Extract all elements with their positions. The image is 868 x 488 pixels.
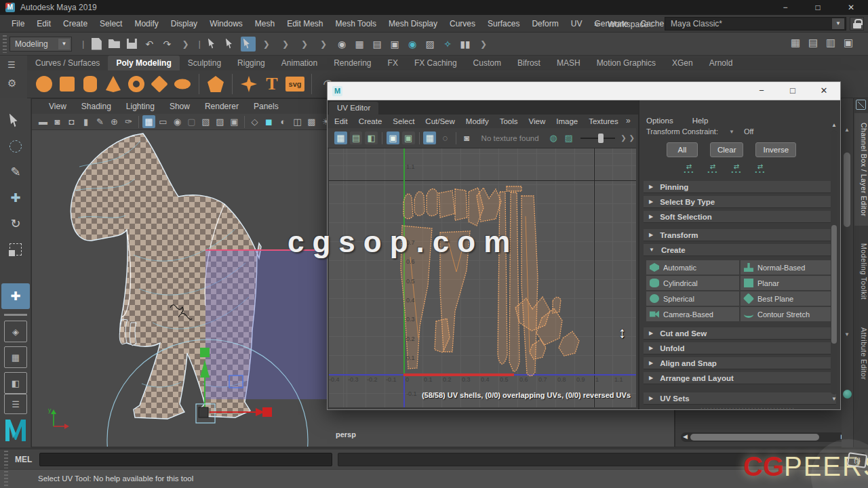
create-spherical-button[interactable]: Spherical xyxy=(646,291,739,306)
toolkit-scrollbar[interactable]: ▲ ▼ xyxy=(831,130,837,394)
uv-window-close-button[interactable]: ✕ xyxy=(809,82,839,100)
wireframe-mode-button[interactable]: ◇ xyxy=(248,115,261,128)
panel-menu-lighting[interactable]: Lighting xyxy=(119,99,162,114)
channel-box-scrollbar[interactable]: ▲ ▼ xyxy=(842,98,853,447)
uv-menu-tools[interactable]: Tools xyxy=(494,115,524,128)
minimize-button[interactable]: − xyxy=(775,1,795,14)
tool-settings-toggle-button[interactable]: ▣ xyxy=(841,35,856,50)
shelf-tab-curves-surfaces[interactable]: Curves / Surfaces xyxy=(27,56,108,70)
create-planar-button[interactable]: Planar xyxy=(741,276,833,290)
uv-menu-select[interactable]: Select xyxy=(387,115,420,128)
resolution-gate-button[interactable]: ◉ xyxy=(171,115,184,128)
close-button[interactable]: ✕ xyxy=(841,1,861,14)
x-axis-handle[interactable] xyxy=(262,407,272,417)
shelf-tab-animation[interactable]: Animation xyxy=(273,56,326,70)
menu-modify[interactable]: Modify xyxy=(128,15,164,33)
uv-display-filter-button[interactable]: ▣ xyxy=(402,131,415,144)
uv-grid-button[interactable]: ▦ xyxy=(423,131,436,144)
toolkit-menu-help[interactable]: Help xyxy=(691,115,717,127)
move-tool-button[interactable]: ✚ xyxy=(5,188,26,208)
section-select-by-type[interactable]: ▶ Select By Type xyxy=(644,196,836,208)
oversampling-button[interactable]: ✑ xyxy=(122,115,135,128)
shelf-tab-mash[interactable]: MASH xyxy=(549,56,589,70)
shelf-gear-icon[interactable]: ⚙ xyxy=(7,77,16,89)
scrollbar-thumb[interactable] xyxy=(844,152,850,227)
section-transform[interactable]: ▶ Transform xyxy=(644,229,836,241)
sweep-mesh-button[interactable] xyxy=(239,74,259,94)
menu-select[interactable]: Select xyxy=(94,15,128,33)
layout-two-pane-button[interactable]: ◧ xyxy=(4,372,27,394)
layout-outliner-button[interactable]: ☰ xyxy=(4,394,27,414)
undo-button[interactable]: ↶ xyxy=(142,37,157,52)
drag-handle[interactable] xyxy=(3,35,7,53)
layout-four-pane-button[interactable]: ▦ xyxy=(4,346,27,368)
scroll-up-icon[interactable]: ▲ xyxy=(831,122,837,128)
invert-selection-button[interactable]: Inverse xyxy=(755,142,796,157)
svg-tool-button[interactable]: svg xyxy=(285,74,305,94)
shelf-tab-custom[interactable]: Custom xyxy=(465,56,509,70)
tab-uv-editor[interactable]: UV Editor xyxy=(329,102,378,115)
material-mode-button[interactable]: ◫ xyxy=(291,115,304,128)
shelf-tab-sculpting[interactable]: Sculpting xyxy=(180,56,229,70)
render-view-button[interactable]: ◉ xyxy=(334,37,349,52)
field-chart-button[interactable]: ▧ xyxy=(199,115,212,128)
uv-dim-image-button[interactable]: ▦ xyxy=(334,131,347,144)
section-arrange-and-layout[interactable]: ▶ Arrange and Layout xyxy=(644,372,836,384)
select-by-object-button[interactable] xyxy=(223,37,238,52)
clear-selection-button[interactable]: Clear xyxy=(710,142,743,157)
safe-action-button[interactable]: ▨ xyxy=(214,115,226,128)
menu-mesh[interactable]: Mesh xyxy=(249,15,281,33)
create-contour-stretch-button[interactable]: Contour Stretch xyxy=(741,307,833,321)
uv-canvas[interactable]: -0.4 -0.3 -0.2 -0.1 0 0.1 0.2 0.3 0.4 0.… xyxy=(329,148,636,407)
rotate-tool-button[interactable]: ↻ xyxy=(5,214,26,234)
shrink-selection-button[interactable] xyxy=(682,163,696,175)
lasso-tool-button[interactable] xyxy=(5,136,26,157)
poly-disc-button[interactable] xyxy=(172,74,193,94)
select-tool-button[interactable] xyxy=(5,110,26,131)
lock-camera-button[interactable]: ◙ xyxy=(51,115,64,128)
maximize-button[interactable]: □ xyxy=(808,1,828,14)
toolkit-menu-options[interactable]: Options xyxy=(645,115,682,127)
uv-menu-cut-sew[interactable]: Cut/Sew xyxy=(420,115,460,128)
rgb-channels-button[interactable]: ◍ xyxy=(547,131,560,144)
horizontal-scrollbar[interactable]: ◀ ▶ xyxy=(681,432,848,442)
light-editor-button[interactable]: ✧ xyxy=(440,37,455,52)
menu-curves[interactable]: Curves xyxy=(443,15,481,33)
grid-toggle-button[interactable]: ▦ xyxy=(142,115,155,128)
hypershade-button[interactable]: ◉ xyxy=(405,37,420,52)
shelf-tab-arnold[interactable]: Arnold xyxy=(701,56,741,70)
image-plane-button[interactable]: ✎ xyxy=(94,115,106,128)
scale-tool-button[interactable] xyxy=(5,239,26,260)
scroll-down-icon[interactable]: ▼ xyxy=(831,396,837,402)
new-scene-button[interactable] xyxy=(89,37,104,52)
shelf-tab-rendering[interactable]: Rendering xyxy=(326,56,379,70)
uv-window-title-bar[interactable]: M − □ ✕ xyxy=(328,82,840,100)
scroll-down-icon[interactable]: ▼ xyxy=(844,331,850,338)
shelf-tab-poly-modeling[interactable]: Poly Modeling xyxy=(108,56,179,70)
film-gate-button[interactable]: ▭ xyxy=(157,115,170,128)
menu-uv[interactable]: UV xyxy=(565,15,589,33)
menu-surfaces[interactable]: Surfaces xyxy=(481,15,526,33)
menu-display[interactable]: Display xyxy=(165,15,203,33)
poly-sphere-button[interactable] xyxy=(34,74,54,94)
y-axis-handle[interactable] xyxy=(200,348,210,357)
render-setup-button[interactable]: ▨ xyxy=(422,37,437,52)
menu-file[interactable]: File xyxy=(5,15,31,33)
drag-handle[interactable] xyxy=(4,471,8,486)
uv-pixel-snap-button[interactable]: ◧ xyxy=(365,131,378,144)
panel-menu-panels[interactable]: Panels xyxy=(246,99,286,114)
poly-plane-button[interactable] xyxy=(149,74,170,94)
poly-cone-button[interactable] xyxy=(103,74,123,94)
paint-select-tool-button[interactable]: ✎ xyxy=(5,162,26,182)
command-line-mode-label[interactable]: MEL xyxy=(15,455,32,464)
panel-menu-view[interactable]: View xyxy=(41,99,74,114)
poly-cylinder-button[interactable] xyxy=(80,74,100,94)
select-shell-button[interactable] xyxy=(729,163,744,175)
section-soft-selection[interactable]: ▶ Soft Selection xyxy=(644,211,836,223)
select-all-button[interactable]: All xyxy=(667,142,698,157)
save-scene-button[interactable] xyxy=(124,37,139,52)
drag-handle[interactable] xyxy=(4,451,8,468)
camera-attributes-button[interactable]: ◘ xyxy=(65,115,78,128)
scroll-left-icon[interactable]: ◀ xyxy=(683,433,688,440)
grow-selection-button[interactable] xyxy=(705,163,720,175)
